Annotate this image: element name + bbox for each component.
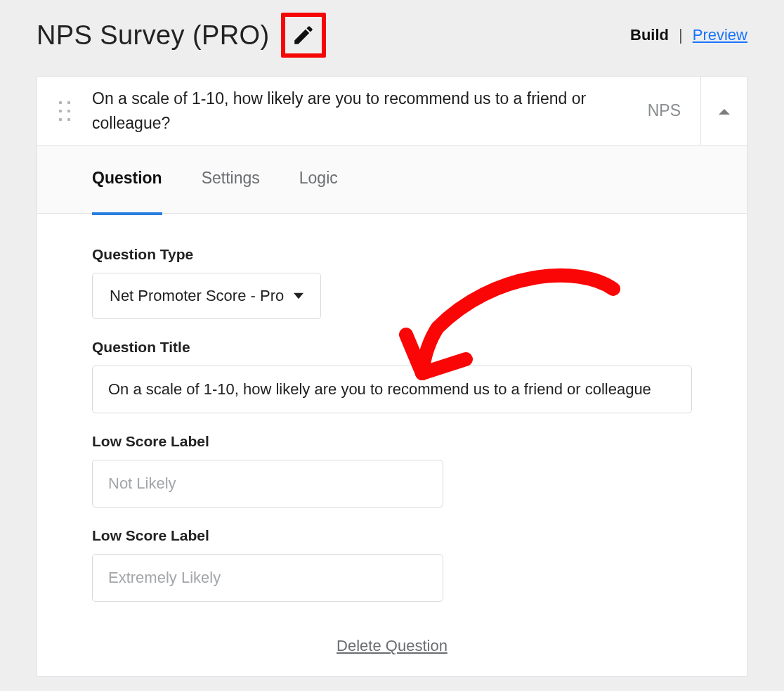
delete-question-link[interactable]: Delete Question: [337, 637, 447, 654]
question-type-badge: NPS: [628, 77, 700, 145]
card-body: Question Type Net Promoter Score - Pro Q…: [37, 214, 747, 676]
low-score-input-1[interactable]: Not Likely: [92, 460, 443, 508]
question-title-input[interactable]: On a scale of 1-10, how likely are you t…: [92, 366, 692, 413]
drag-handle[interactable]: [37, 77, 92, 145]
tab-logic[interactable]: Logic: [299, 169, 338, 190]
edit-title-button[interactable]: [281, 13, 326, 58]
pencil-icon: [292, 23, 315, 47]
separator: |: [679, 26, 683, 44]
question-type-label: Question Type: [92, 246, 692, 263]
field-question-title: Question Title On a scale of 1-10, how l…: [92, 339, 692, 413]
tab-settings[interactable]: Settings: [202, 169, 260, 190]
low-score-placeholder-1: Not Likely: [108, 474, 176, 493]
tab-question[interactable]: Question: [92, 169, 162, 190]
page-title: NPS Survey (PRO): [37, 20, 270, 51]
question-card: On a scale of 1-10, how likely are you t…: [37, 76, 747, 677]
low-score-label-2: Low Score Label: [92, 527, 692, 544]
low-score-label-1: Low Score Label: [92, 433, 692, 450]
tabs-bar: Question Settings Logic: [37, 146, 747, 214]
drag-icon: [59, 101, 70, 121]
delete-row: Delete Question: [92, 621, 692, 655]
field-low-score-1: Low Score Label Not Likely: [92, 433, 692, 508]
question-type-value: Net Promoter Score - Pro: [110, 287, 284, 305]
page-header: NPS Survey (PRO) Build | Preview: [37, 13, 747, 58]
header-actions: Build | Preview: [630, 26, 747, 44]
preview-link[interactable]: Preview: [693, 26, 747, 44]
question-summary: On a scale of 1-10, how likely are you t…: [92, 77, 628, 145]
low-score-input-2[interactable]: Extremely Likely: [92, 554, 443, 602]
card-header: On a scale of 1-10, how likely are you t…: [37, 77, 747, 146]
caret-down-icon: [294, 291, 303, 301]
collapse-toggle[interactable]: [700, 77, 747, 145]
field-question-type: Question Type Net Promoter Score - Pro: [92, 246, 692, 319]
build-link[interactable]: Build: [630, 26, 669, 44]
question-title-value: On a scale of 1-10, how likely are you t…: [108, 380, 651, 399]
field-low-score-2: Low Score Label Extremely Likely: [92, 527, 692, 602]
chevron-up-icon: [718, 107, 731, 115]
low-score-placeholder-2: Extremely Likely: [108, 569, 221, 587]
question-title-label: Question Title: [92, 339, 692, 356]
question-type-select[interactable]: Net Promoter Score - Pro: [92, 273, 321, 319]
